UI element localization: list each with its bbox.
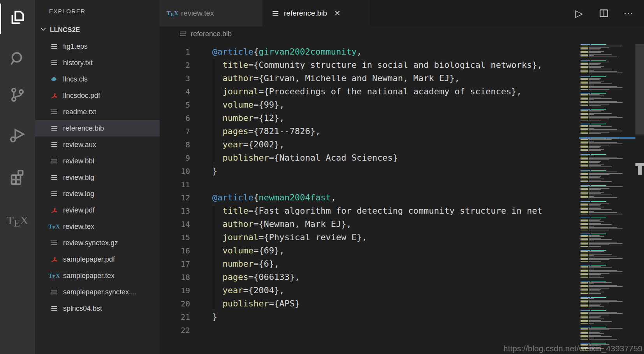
code-line[interactable]: 5 volume={99}, (160, 98, 579, 112)
more-actions-button[interactable]: ⋯ (623, 7, 635, 19)
code-line[interactable]: 21} (160, 310, 579, 324)
file-row-review-pdf[interactable]: review.pdf (35, 202, 160, 218)
file-row-llncsdoc-pdf[interactable]: llncsdoc.pdf (35, 87, 160, 104)
activity-extensions-button[interactable] (0, 160, 35, 195)
code-text: @article{girvan2002community, (190, 45, 362, 58)
editor-group: TEX review.tex reference.bib ✕ ▷ ⋯ refer… (160, 0, 644, 354)
line-number: 3 (160, 72, 190, 85)
debug-icon (9, 127, 26, 146)
file-label: samplepaper.synctex.... (63, 288, 137, 296)
folder-row-llncs2e[interactable]: LLNCS2E (35, 22, 160, 38)
editor-actions: ▷ ⋯ (573, 0, 635, 27)
code-line[interactable]: 16 volume={69}, (160, 244, 579, 257)
activity-run-debug-button[interactable] (0, 119, 35, 154)
activity-bar: TEX (0, 0, 35, 354)
close-icon[interactable]: ✕ (334, 9, 341, 18)
tab-review-tex[interactable]: TEX review.tex (160, 0, 262, 27)
file-row-review-bbl[interactable]: review.bbl (35, 153, 160, 169)
code-text: journal={Proceedings of the national aca… (190, 85, 522, 98)
code-text: volume={99}, (190, 98, 284, 112)
minimap-entry (579, 250, 635, 262)
line-number: 14 (160, 218, 190, 231)
code-line[interactable]: 9 publisher={National Acad Sciences} (160, 151, 579, 165)
file-row-review-synctex-gz[interactable]: review.synctex.gz (35, 235, 160, 251)
minimap-entry (579, 297, 635, 308)
sidebar-title: EXPLORER (35, 0, 160, 22)
file-row-review-tex[interactable]: TEXreview.tex (35, 218, 160, 235)
file-label: reference.bib (63, 124, 104, 133)
code-line[interactable]: 14 author={Newman, Mark EJ}, (160, 218, 579, 231)
code-line[interactable]: 12@article{newman2004fast, (160, 191, 579, 204)
split-editor-button[interactable] (598, 7, 610, 19)
file-label: review.synctex.gz (63, 239, 118, 247)
scrollbar-slider[interactable] (635, 44, 644, 135)
code-line[interactable]: 6 number={12}, (160, 112, 579, 125)
code-line[interactable]: 18 pages={066133}, (160, 271, 579, 284)
file-row-llncs-cls[interactable]: llncs.cls (35, 71, 160, 87)
code-line[interactable]: 1@article{girvan2002community, (160, 45, 579, 58)
line-number: 4 (160, 85, 190, 98)
code-line[interactable]: 17 number={6}, (160, 257, 579, 271)
breadcrumb[interactable]: reference.bib (160, 27, 644, 41)
vscode-window: TEX EXPLORER LLNCS2E fig1.epshistory.txt… (0, 0, 644, 354)
file-row-reference-bib[interactable]: reference.bib (35, 120, 160, 136)
text-file-icon (49, 141, 59, 149)
activity-latex-workshop-button[interactable]: TEX (0, 203, 35, 238)
activity-source-control-button[interactable] (0, 78, 35, 113)
code-line[interactable]: 7 pages={7821--7826}, (160, 125, 579, 138)
tex-file-icon: TEX (49, 272, 59, 280)
code-text: publisher={National Acad Sciences} (190, 151, 398, 165)
file-row-review-aux[interactable]: review.aux (35, 136, 160, 153)
text-file-icon (49, 190, 59, 198)
line-number: 13 (160, 204, 190, 218)
minimap-entry (579, 109, 635, 120)
file-row-samplepaper-tex[interactable]: TEXsamplepaper.tex (35, 267, 160, 284)
line-number: 11 (160, 178, 190, 191)
file-label: review.aux (63, 141, 96, 149)
code-line[interactable]: 3 author={Girvan, Michelle and Newman, M… (160, 72, 579, 85)
code-line[interactable]: 19 year={2004}, (160, 284, 579, 297)
minimap[interactable] (579, 41, 635, 354)
minimap-entry (579, 327, 635, 340)
line-number: 6 (160, 112, 190, 125)
tab-reference-bib[interactable]: reference.bib ✕ (262, 0, 370, 27)
file-row-fig1-eps[interactable]: fig1.eps (35, 38, 160, 55)
code-line[interactable]: 2 title={Community structure in social a… (160, 58, 579, 72)
code-text: year={2004}, (190, 284, 284, 297)
code-line[interactable]: 22 (160, 324, 579, 337)
file-row-review-blg[interactable]: review.blg (35, 169, 160, 186)
extensions-icon (9, 168, 26, 187)
text-file-icon (49, 42, 59, 50)
tex-file-icon: TEX (167, 9, 178, 17)
code-line[interactable]: 13 title={Fast algorithm for detecting c… (160, 204, 579, 218)
editor-area: 1@article{girvan2002community,2 title={C… (160, 41, 644, 354)
code-line[interactable]: 11 (160, 178, 579, 191)
code-editor[interactable]: 1@article{girvan2002community,2 title={C… (160, 41, 579, 354)
line-number: 1 (160, 45, 190, 58)
text-file-icon (49, 108, 59, 116)
code-text: pages={7821--7826}, (190, 125, 320, 138)
activity-explorer-button[interactable] (0, 1, 35, 36)
code-line[interactable]: 15 journal={Physical review E}, (160, 231, 579, 244)
file-row-readme-txt[interactable]: readme.txt (35, 104, 160, 120)
line-number: 21 (160, 310, 190, 324)
file-label: splncs04.bst (63, 304, 102, 313)
code-text: publisher={APS} (190, 297, 300, 310)
run-button[interactable]: ▷ (573, 7, 585, 19)
code-line[interactable]: 20 publisher={APS} (160, 297, 579, 310)
file-label: review.pdf (63, 206, 95, 214)
file-row-review-log[interactable]: review.log (35, 186, 160, 202)
file-label: fig1.eps (63, 42, 88, 51)
code-text: } (190, 310, 217, 324)
activity-search-button[interactable] (0, 42, 35, 77)
file-row-history-txt[interactable]: history.txt (35, 55, 160, 71)
file-row-samplepaper-synctex-[interactable]: samplepaper.synctex.... (35, 284, 160, 300)
file-row-samplepaper-pdf[interactable]: samplepaper.pdf (35, 251, 160, 267)
vertical-scrollbar[interactable] (635, 41, 644, 354)
chevron-down-icon (40, 26, 50, 35)
code-line[interactable]: 8 year={2002}, (160, 138, 579, 151)
code-line[interactable]: 10} (160, 165, 579, 178)
file-row-splncs04-bst[interactable]: splncs04.bst (35, 300, 160, 317)
code-line[interactable]: 4 journal={Proceedings of the national a… (160, 85, 579, 98)
file-label: history.txt (63, 59, 93, 67)
